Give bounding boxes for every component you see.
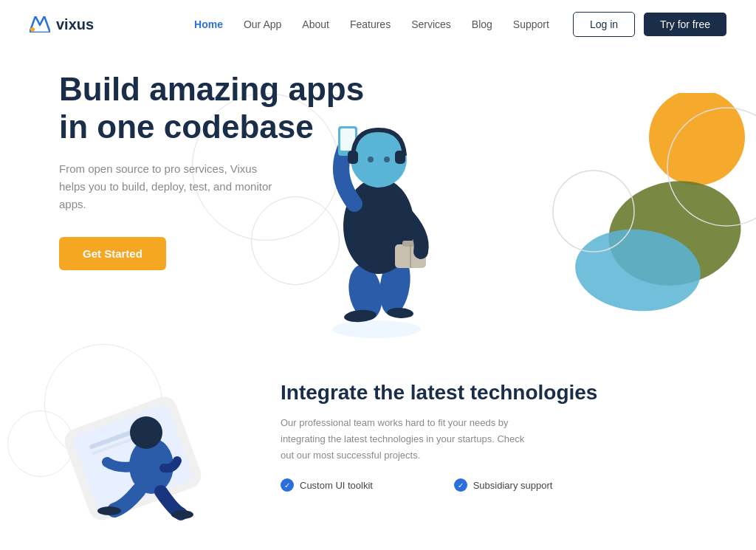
section2-illustration <box>30 351 236 521</box>
integrate-section: Integrate the latest technologies Our pr… <box>0 337 756 536</box>
nav-our-app[interactable]: Our App <box>244 18 281 30</box>
nav-about[interactable]: About <box>302 18 329 30</box>
hero-title: Build amazing appsin one codebase <box>59 71 369 145</box>
svg-point-1 <box>30 27 35 32</box>
section2-text-block: Integrate the latest technologies Our pr… <box>281 351 597 492</box>
nav-services[interactable]: Services <box>411 18 451 30</box>
nav-home[interactable]: Home <box>194 18 223 30</box>
hero-subtitle: From open source to pro services, Vixus … <box>59 160 281 213</box>
check-icon-2: ✓ <box>454 478 467 492</box>
check-icon-1: ✓ <box>281 478 294 492</box>
feature-item-2: ✓ Subsidiary support <box>454 478 598 492</box>
nav-support[interactable]: Support <box>513 18 549 30</box>
hero-text-block: Build amazing appsin one codebase From o… <box>59 71 369 270</box>
logo-icon <box>30 16 50 32</box>
nav-actions: Log in Try for free <box>573 12 726 37</box>
section2-title: Integrate the latest technologies <box>281 381 597 405</box>
logo[interactable]: vixus <box>30 16 94 33</box>
svg-point-30 <box>171 510 193 519</box>
nav-blog[interactable]: Blog <box>472 18 492 30</box>
login-button[interactable]: Log in <box>573 12 635 37</box>
svg-point-2 <box>649 93 745 185</box>
svg-point-7 <box>332 320 421 338</box>
section2-subtitle: Our professional team works hard to fit … <box>281 415 532 464</box>
nav-features[interactable]: Features <box>350 18 391 30</box>
nav-links: Home Our App About Features Services Blo… <box>194 18 549 30</box>
features-list: ✓ Custom UI toolkit ✓ Subsidiary support <box>281 478 597 492</box>
try-free-button[interactable]: Try for free <box>644 13 726 36</box>
get-started-button[interactable]: Get Started <box>59 237 166 270</box>
hero-blobs <box>535 93 756 329</box>
feature-label-1: Custom UI toolkit <box>300 480 373 491</box>
feature-label-2: Subsidiary support <box>473 480 553 491</box>
svg-point-22 <box>384 157 390 162</box>
brand-name: vixus <box>56 16 94 33</box>
hero-section: Build amazing appsin one codebase From o… <box>0 49 756 337</box>
svg-point-28 <box>130 416 162 449</box>
svg-point-29 <box>97 506 121 515</box>
feature-item-1: ✓ Custom UI toolkit <box>281 478 425 492</box>
navbar: vixus Home Our App About Features Servic… <box>0 0 756 49</box>
svg-rect-20 <box>395 151 405 164</box>
